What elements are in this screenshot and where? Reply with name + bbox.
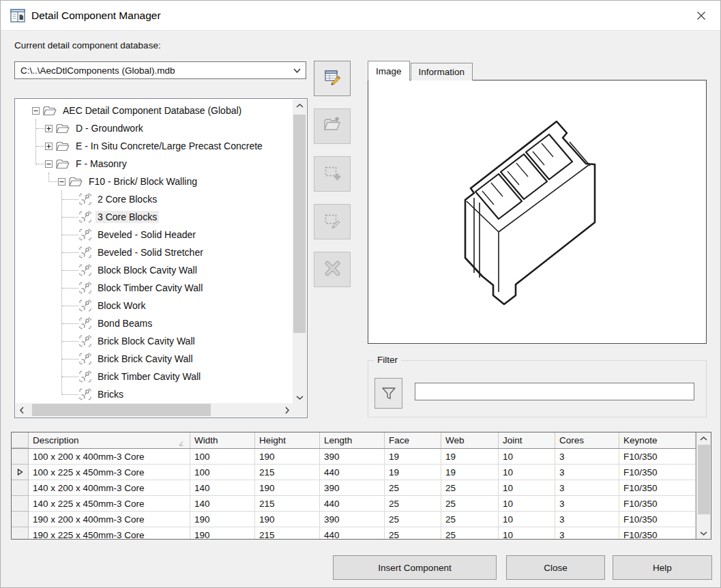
cell-height: 215 [255, 527, 320, 540]
cell-face: 19 [385, 465, 441, 480]
cell-face: 25 [385, 527, 441, 540]
cell-joint: 10 [499, 496, 555, 512]
tree-item-label: Brick Timber Cavity Wall [95, 370, 203, 383]
cell-web: 25 [441, 496, 499, 512]
cell-face: 19 [385, 449, 441, 465]
column-header-description[interactable]: Description [29, 432, 190, 448]
tab-image[interactable]: Image [368, 61, 410, 80]
apply-filter-button[interactable] [374, 378, 402, 409]
cell-joint: 10 [499, 480, 555, 496]
tree-hscroll-thumb[interactable] [32, 404, 211, 416]
tree-item-bricks[interactable]: Bricks [16, 385, 293, 403]
tree-item-label: E - In Situ Concrete/Large Precast Concr… [74, 140, 265, 152]
tree-item-aec-detail-component-database-global[interactable]: AEC Detail Component Database (Global) [16, 102, 293, 119]
cell-height: 215 [255, 465, 320, 480]
tree-item-label: Block Block Cavity Wall [95, 264, 199, 276]
column-header-cores[interactable]: Cores [555, 432, 619, 448]
cell-keynote: F10/350 [619, 480, 696, 496]
table-row[interactable]: 140 x 225 x 450mm-3 Core1402154402525103… [12, 496, 696, 512]
current-row-indicator[interactable] [12, 465, 29, 480]
column-header-joint[interactable]: Joint [499, 432, 555, 448]
table-row[interactable]: 100 x 200 x 400mm-3 Core1001903901919103… [12, 449, 696, 465]
column-header-web[interactable]: Web [441, 432, 499, 448]
tree-item-label: F10 - Brick/ Block Walling [87, 175, 199, 188]
tree-horizontal-scrollbar[interactable] [16, 403, 293, 417]
component-icon [79, 317, 91, 329]
tree-item-d-groundwork[interactable]: D - Groundwork [16, 119, 293, 137]
delete-component-icon [323, 259, 342, 280]
collapse-icon[interactable] [58, 178, 65, 186]
filter-group-label: Filter [374, 355, 401, 365]
tree-item-e-in-situ-concrete-large-precast-concrete[interactable]: E - In Situ Concrete/Large Precast Concr… [16, 137, 293, 155]
component-icon [79, 353, 91, 365]
tree-item-f10-brick-block-walling[interactable]: F10 - Brick/ Block Walling [16, 173, 293, 190]
column-header-height[interactable]: Height [255, 432, 320, 448]
cell-width: 140 [190, 496, 255, 512]
tree-item-f-masonry[interactable]: F - Masonry [16, 155, 293, 173]
scroll-right-icon[interactable] [281, 403, 293, 417]
row-selector[interactable] [12, 496, 29, 512]
close-button[interactable] [688, 5, 715, 27]
scroll-down-icon[interactable] [293, 392, 306, 403]
tree-vscroll-thumb[interactable] [293, 115, 306, 333]
help-button[interactable]: Help [613, 555, 712, 580]
close-button[interactable]: Close [506, 555, 605, 580]
component-preview-drawing [423, 102, 648, 314]
tree-vertical-scrollbar[interactable] [293, 100, 306, 403]
row-selector[interactable] [12, 512, 29, 527]
row-selector[interactable] [12, 527, 29, 540]
folder-icon [43, 106, 57, 116]
table-vertical-scrollbar[interactable] [696, 432, 711, 539]
chevron-down-icon[interactable] [288, 68, 306, 73]
tree-item-label: 3 Core Blocks [95, 211, 159, 223]
tree-item-block-work[interactable]: Block Work [16, 297, 293, 314]
scroll-down-icon[interactable] [696, 527, 711, 539]
collapse-icon[interactable] [32, 107, 40, 115]
cell-height: 215 [255, 496, 320, 512]
table-row[interactable]: 100 x 225 x 450mm-3 Core1002154401919103… [12, 465, 696, 480]
column-header-label: Web [445, 435, 465, 445]
tab-information[interactable]: Information [411, 63, 473, 80]
row-selector[interactable] [12, 449, 29, 465]
expand-icon[interactable] [45, 125, 53, 132]
column-header-face[interactable]: Face [385, 432, 441, 448]
insert-component-button[interactable]: Insert Component [333, 555, 497, 580]
expand-icon[interactable] [45, 143, 53, 150]
component-icon [79, 229, 91, 241]
edit-component-icon [323, 211, 342, 232]
tree-item-brick-timber-cavity-wall[interactable]: Brick Timber Cavity Wall [16, 368, 293, 385]
tree-item-3-core-blocks[interactable]: 3 Core Blocks [16, 208, 293, 226]
filter-input[interactable] [415, 383, 694, 400]
collapse-icon[interactable] [45, 160, 53, 168]
scroll-up-icon[interactable] [696, 432, 711, 444]
app-icon [10, 8, 25, 23]
cell-width: 100 [190, 465, 255, 480]
column-header-keynote[interactable]: Keynote [619, 432, 696, 448]
column-header-width[interactable]: Width [190, 432, 255, 448]
tree-item-bond-beams[interactable]: Bond Beams [16, 314, 293, 332]
tree-guide-line [61, 190, 62, 394]
tree-item-beveled-solid-header[interactable]: Beveled - Solid Header [16, 226, 293, 244]
row-selector-header [12, 432, 29, 448]
component-icon [79, 211, 91, 223]
sort-ascending-icon [178, 438, 184, 448]
database-combobox[interactable]: C:\..\AecDtlComponents (Global).mdb [14, 61, 306, 79]
tree-item-brick-brick-cavity-wall[interactable]: Brick Brick Cavity Wall [16, 350, 293, 368]
tree-guide-line [35, 119, 36, 164]
row-selector[interactable] [12, 480, 29, 496]
tree-item-beveled-solid-stretcher[interactable]: Beveled - Solid Stretcher [16, 244, 293, 261]
tree-item-block-block-cavity-wall[interactable]: Block Block Cavity Wall [16, 261, 293, 279]
folder-icon [56, 141, 70, 151]
column-header-length[interactable]: Length [320, 432, 385, 448]
table-row[interactable]: 140 x 200 x 400mm-3 Core1401903902525103… [12, 480, 696, 496]
table-row[interactable]: 190 x 225 x 450mm-3 Core1902154402525103… [12, 527, 696, 540]
scroll-up-icon[interactable] [293, 100, 306, 111]
cell-height: 190 [255, 480, 320, 496]
table-row[interactable]: 190 x 200 x 400mm-3 Core1901903902525103… [12, 512, 696, 527]
scroll-left-icon[interactable] [16, 403, 27, 417]
tree-item-brick-block-cavity-wall[interactable]: Brick Block Cavity Wall [16, 332, 293, 350]
tree-item-block-timber-cavity-wall[interactable]: Block Timber Cavity Wall [16, 279, 293, 297]
table-vscroll-thumb[interactable] [698, 445, 710, 514]
edit-database-button[interactable] [314, 61, 351, 96]
tree-item-2-core-blocks[interactable]: 2 Core Blocks [16, 190, 293, 208]
